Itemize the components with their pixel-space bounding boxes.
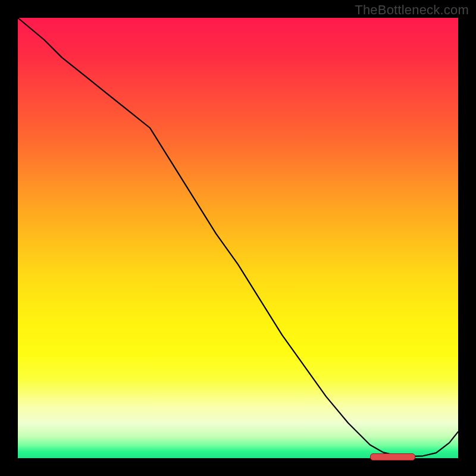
plot-area <box>18 18 458 458</box>
minimum-marker <box>370 453 415 461</box>
chart-svg <box>18 18 458 458</box>
chart-stage: TheBottleneck.com <box>0 0 476 476</box>
bottleneck-curve <box>18 18 458 456</box>
watermark-text: TheBottleneck.com <box>355 2 469 18</box>
